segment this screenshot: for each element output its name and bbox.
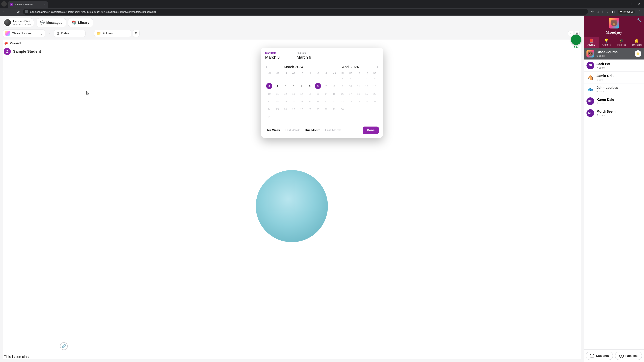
downloads-icon[interactable]: ⭳ bbox=[606, 10, 609, 13]
prev-month-button[interactable]: ‹ bbox=[266, 65, 267, 69]
calendar-day[interactable]: 11 bbox=[274, 91, 280, 97]
calendar-day[interactable]: 11 bbox=[356, 83, 362, 89]
tab-progress[interactable]: 🎓 Progress bbox=[614, 37, 629, 48]
calendar-day[interactable]: 19 bbox=[364, 91, 370, 97]
forward-button[interactable]: → bbox=[9, 10, 14, 14]
sidebar-item[interactable]: 🐟John Louises6 posts bbox=[584, 83, 644, 95]
calendar-day[interactable]: 21 bbox=[323, 98, 329, 104]
calendar-day[interactable]: 29 bbox=[307, 106, 313, 112]
calendar-day[interactable]: 19 bbox=[282, 98, 288, 104]
quick-this-week[interactable]: This Week bbox=[265, 129, 280, 132]
calendar-day[interactable]: 28 bbox=[323, 106, 329, 112]
calendar-day[interactable]: 15 bbox=[331, 91, 337, 97]
calendar-day[interactable]: 17 bbox=[347, 91, 353, 97]
calendar-day[interactable]: 30 bbox=[315, 106, 321, 112]
reload-button[interactable]: ⟳ bbox=[16, 10, 20, 14]
calendar-day[interactable]: 27 bbox=[290, 106, 296, 112]
start-date-field[interactable]: Start Date March 3 bbox=[265, 52, 292, 61]
quick-this-month[interactable]: This Month bbox=[304, 129, 320, 132]
back-button[interactable]: ← bbox=[2, 10, 6, 14]
next-button[interactable]: › bbox=[87, 31, 92, 36]
tab-activities[interactable]: 💡 Activities bbox=[599, 37, 614, 48]
user-chip[interactable]: Lauren Deli Teacher · 1 Class bbox=[3, 18, 34, 27]
calendar-day[interactable]: 17 bbox=[266, 98, 272, 104]
maximize-button[interactable]: ▢ bbox=[631, 2, 634, 5]
calendar-day[interactable]: 31 bbox=[266, 114, 272, 120]
calendar-day[interactable]: 12 bbox=[282, 91, 288, 97]
calendar-day[interactable]: 5 bbox=[364, 75, 370, 81]
library-button[interactable]: 📚 Library bbox=[68, 18, 93, 27]
folders-filter[interactable]: 📁 Folders ⌄ bbox=[94, 30, 131, 37]
dates-filter[interactable]: 🗓 Dates bbox=[54, 30, 86, 37]
sidebar-item[interactable]: JPJack Pot7 posts bbox=[584, 60, 644, 71]
journal-select[interactable]: Class Journal ⌄ bbox=[3, 29, 45, 37]
calendar-day[interactable]: 25 bbox=[274, 106, 280, 112]
student-list[interactable]: 🐻Class Journal9 posts📁JPJack Pot7 posts🐴… bbox=[584, 48, 644, 350]
calendar-day[interactable]: 6 bbox=[290, 83, 296, 89]
students-button[interactable]: + Students bbox=[586, 352, 613, 360]
calendar-day[interactable]: 16 bbox=[339, 91, 345, 97]
calendar-day[interactable]: 1 bbox=[331, 75, 337, 81]
calendar-day[interactable]: 22 bbox=[307, 98, 313, 104]
calendar-day[interactable]: 12 bbox=[364, 83, 370, 89]
calendar-day[interactable]: 18 bbox=[274, 98, 280, 104]
calendar-day[interactable]: 14 bbox=[299, 91, 305, 97]
sidebar-item[interactable]: MSMordi Seem5 posts bbox=[584, 107, 644, 119]
calendar-day[interactable]: 7 bbox=[323, 83, 329, 89]
calendar-day[interactable]: 8 bbox=[307, 83, 313, 89]
settings-filter[interactable]: ⚙ bbox=[133, 30, 140, 37]
address-bar[interactable]: app.seesaw.me/#/class/class.e01bf4c2-9a2… bbox=[23, 9, 588, 14]
calendar-day[interactable]: 4 bbox=[356, 75, 362, 81]
calendar-day[interactable]: 22 bbox=[331, 98, 337, 104]
calendar-day[interactable]: 7 bbox=[299, 83, 305, 89]
close-window-button[interactable]: ✕ bbox=[638, 2, 640, 5]
add-fab[interactable]: ＋ Add bbox=[571, 34, 581, 48]
minimize-button[interactable]: — bbox=[624, 2, 626, 5]
calendar-day[interactable]: 5 bbox=[282, 83, 288, 89]
calendar-day[interactable]: 1 bbox=[307, 75, 313, 81]
close-tab-icon[interactable]: ✕ bbox=[44, 3, 46, 6]
calendar-day[interactable]: 21 bbox=[299, 98, 305, 104]
extensions-icon[interactable]: ⧉ bbox=[597, 10, 599, 13]
tab-journal[interactable]: 📕 Journal bbox=[584, 37, 599, 48]
calendar-day[interactable]: 26 bbox=[364, 98, 370, 104]
calendar-day[interactable]: 15 bbox=[307, 91, 313, 97]
sidepanel-icon[interactable]: ◧ bbox=[612, 10, 615, 13]
quick-last-week[interactable]: Last Week bbox=[285, 129, 300, 132]
settings-icon[interactable]: 🔧 bbox=[637, 18, 642, 22]
calendar-day[interactable]: 18 bbox=[356, 91, 362, 97]
link-badge[interactable]: 🔗 bbox=[60, 342, 68, 350]
calendar-day[interactable]: 27 bbox=[372, 98, 378, 104]
end-date-field[interactable]: End Date March 9 bbox=[297, 52, 324, 61]
calendar-day[interactable]: 30 bbox=[339, 106, 345, 112]
messages-button[interactable]: 💬 Messages bbox=[36, 18, 66, 27]
site-info-icon[interactable] bbox=[25, 10, 28, 13]
calendar-day[interactable]: 2 bbox=[315, 75, 321, 81]
tab-notifications[interactable]: 🔔 Notifications bbox=[629, 37, 644, 48]
calendar-day[interactable]: 28 bbox=[299, 106, 305, 112]
calendar-day[interactable]: 9 bbox=[339, 83, 345, 89]
calendar-day[interactable]: 23 bbox=[339, 98, 345, 104]
calendar-day[interactable]: 23 bbox=[315, 98, 321, 104]
bookmark-icon[interactable]: ☆ bbox=[591, 10, 594, 13]
calendar-day[interactable]: 9 bbox=[315, 83, 321, 89]
folder-icon[interactable]: 📁 bbox=[634, 50, 641, 57]
calendar-day[interactable]: 2 bbox=[339, 75, 345, 81]
done-button[interactable]: Done bbox=[362, 126, 379, 134]
sidebar-item[interactable]: 🐴Jamie Cris1 post bbox=[584, 71, 644, 83]
calendar-day[interactable]: 8 bbox=[331, 83, 337, 89]
calendar-day[interactable]: 3 bbox=[266, 83, 272, 89]
calendar-day[interactable]: 10 bbox=[347, 83, 353, 89]
calendar-day[interactable]: 24 bbox=[266, 106, 272, 112]
tab-search-button[interactable] bbox=[1, 1, 7, 6]
kebab-menu-icon[interactable]: ⋮ bbox=[638, 10, 641, 13]
calendar-day[interactable]: 29 bbox=[331, 106, 337, 112]
prev-button[interactable]: ‹ bbox=[46, 31, 52, 36]
calendar-day[interactable]: 10 bbox=[266, 91, 272, 97]
sidebar-item[interactable]: KDKaren Dale5 posts bbox=[584, 95, 644, 107]
calendar-day[interactable]: 4 bbox=[274, 83, 280, 89]
calendar-day[interactable]: 6 bbox=[372, 75, 378, 81]
browser-tab[interactable]: S Journal - Seesaw ✕ bbox=[8, 1, 48, 8]
calendar-day[interactable]: 14 bbox=[323, 91, 329, 97]
calendar-day[interactable]: 13 bbox=[290, 91, 296, 97]
